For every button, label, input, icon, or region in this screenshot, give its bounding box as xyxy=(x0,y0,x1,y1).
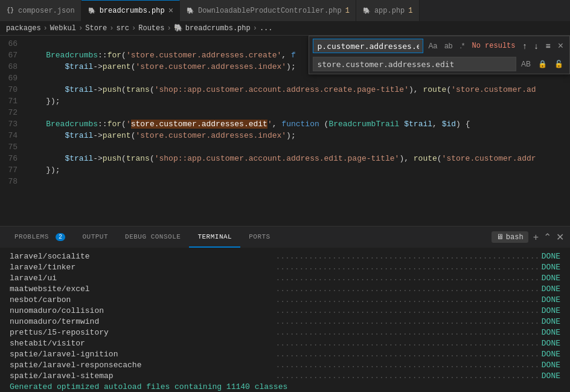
panel-tabs-bar: PROBLEMS 2 OUTPUT DEBUG CONSOLE TERMINAL… xyxy=(0,227,570,248)
tab-app[interactable]: 🐘 app.php 1 xyxy=(356,0,420,21)
code-line-73: 73 Breadcrumbs::for('store.customer.addr… xyxy=(0,118,570,130)
breadcrumb: packages › Webkul › Store › src › Routes… xyxy=(0,21,570,36)
terminal-line: shetabit/visitor .......................… xyxy=(10,338,560,349)
terminal-line: laravel/ui .............................… xyxy=(10,273,560,284)
tab-breadcrumbs[interactable]: 🐘 breadcrumbs.php × xyxy=(82,0,180,21)
tab-ports[interactable]: PORTS xyxy=(240,227,279,248)
tab-problems[interactable]: PROBLEMS 2 xyxy=(6,227,74,248)
tab-downloadable[interactable]: 🐘 DownloadableProductController.php 1 xyxy=(180,0,356,21)
search-close-btn[interactable]: × xyxy=(556,39,566,53)
terminal-line: laravel/tinker .........................… xyxy=(10,262,560,273)
code-line-78: 78 xyxy=(0,176,570,187)
app-php-icon: 🐘 xyxy=(362,7,371,15)
terminal-content[interactable]: laravel/socialite ......................… xyxy=(0,248,570,392)
split-terminal-btn[interactable]: ⌃ xyxy=(543,231,551,243)
breadcrumb-webkul: Webkul xyxy=(50,24,76,33)
search-whole-word-btn[interactable]: ab xyxy=(442,39,455,53)
panel-right-controls: 🖥 bash + ⌃ ✕ xyxy=(492,231,564,243)
kill-terminal-btn[interactable]: ✕ xyxy=(556,231,564,243)
code-line-70: 70 $trail->push(trans('shop::app.custome… xyxy=(0,84,570,95)
terminal-line: maatwebsite/excel ......................… xyxy=(10,284,560,295)
replace-btn[interactable]: 🔒 xyxy=(536,57,549,71)
bash-label: 🖥 bash xyxy=(492,231,528,243)
code-line-77: 77 }); xyxy=(0,164,570,176)
replace-match-case-btn[interactable]: AB xyxy=(519,57,533,71)
problems-badge: 2 xyxy=(56,233,66,241)
search-regex-btn[interactable]: .* xyxy=(457,39,467,53)
terminal-line: nunomaduro/collision ...................… xyxy=(10,306,560,316)
terminal-line: prettus/l5-repository ..................… xyxy=(10,327,560,338)
terminal-line: spatie/laravel-sitemap .................… xyxy=(10,371,560,382)
breadcrumb-file-icon: 🐘 xyxy=(174,24,183,33)
composer-icon: {} xyxy=(6,7,14,15)
tab-app-label: app.php xyxy=(374,7,405,15)
breadcrumb-routes: Routes xyxy=(138,24,164,33)
terminal-line: nunomaduro/termwind ....................… xyxy=(10,316,560,327)
code-line-75: 75 xyxy=(0,141,570,153)
breadcrumb-store: Store xyxy=(85,24,107,33)
tab-bar: {} composer.json 🐘 breadcrumbs.php × 🐘 D… xyxy=(0,0,570,21)
search-select-all-btn[interactable]: ≡ xyxy=(543,39,552,53)
code-line-74: 74 $trail->parent('store.customer.addres… xyxy=(0,130,570,141)
search-match-case-btn[interactable]: Aa xyxy=(426,39,440,53)
tab-terminal[interactable]: TERMINAL xyxy=(189,227,240,248)
terminal-line: nesbot/carbon ..........................… xyxy=(10,295,560,306)
search-find-input[interactable] xyxy=(313,39,423,53)
editor-container: Aa ab .* No results ↑ ↓ ≡ × AB 🔒 🔓 66 67… xyxy=(0,36,570,226)
search-no-results: No results xyxy=(469,42,517,50)
breadcrumb-src: src xyxy=(116,24,129,33)
terminal-line: spatie/laravel-ignition ................… xyxy=(10,349,560,360)
tab-downloadable-modified: 1 xyxy=(345,7,350,15)
terminal-line: laravel/socialite ......................… xyxy=(10,251,560,262)
downloadable-php-icon: 🐘 xyxy=(186,7,194,15)
tab-composer-label: composer.json xyxy=(18,7,75,15)
tab-breadcrumbs-close[interactable]: × xyxy=(168,7,173,15)
breadcrumbs-php-icon: 🐘 xyxy=(88,7,96,15)
tab-debug-console[interactable]: DEBUG CONSOLE xyxy=(117,227,189,248)
terminal-line: spatie/laravel-responsecache ...........… xyxy=(10,360,560,371)
tab-composer[interactable]: {} composer.json xyxy=(0,0,82,21)
tab-output[interactable]: OUTPUT xyxy=(74,227,117,248)
panel-area: PROBLEMS 2 OUTPUT DEBUG CONSOLE TERMINAL… xyxy=(0,226,570,392)
replace-all-btn[interactable]: 🔓 xyxy=(552,57,566,71)
code-line-72: 72 xyxy=(0,107,570,118)
search-replace-row: AB 🔒 🔓 xyxy=(309,56,569,74)
tab-downloadable-label: DownloadableProductController.php xyxy=(198,7,342,15)
breadcrumb-filename: breadcrumbs.php xyxy=(185,24,251,33)
new-terminal-btn[interactable]: + xyxy=(533,232,539,243)
search-overlay: Aa ab .* No results ↑ ↓ ≡ × AB 🔒 🔓 xyxy=(309,36,570,74)
breadcrumb-packages: packages xyxy=(6,24,41,33)
search-replace-input[interactable] xyxy=(313,57,516,71)
tab-app-modified: 1 xyxy=(408,7,412,15)
code-line-76: 76 $trail->push(trans('shop::app.custome… xyxy=(0,153,570,164)
code-line-71: 71 }); xyxy=(0,95,570,107)
breadcrumb-ellipsis: ... xyxy=(260,24,273,33)
search-prev-btn[interactable]: ↑ xyxy=(520,39,529,53)
terminal-success-line: Generated optimized autoload files conta… xyxy=(10,382,560,392)
search-next-btn[interactable]: ↓ xyxy=(531,39,540,53)
search-find-row: Aa ab .* No results ↑ ↓ ≡ × xyxy=(309,36,569,56)
tab-breadcrumbs-label: breadcrumbs.php xyxy=(100,7,165,15)
